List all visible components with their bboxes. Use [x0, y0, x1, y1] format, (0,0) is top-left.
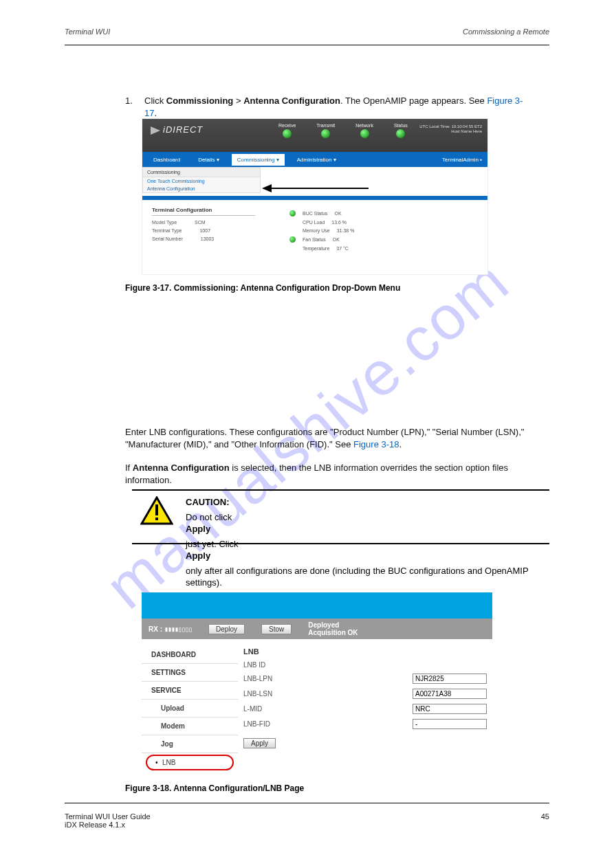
led-transmit: [321, 129, 330, 138]
kv-terminal-type: Terminal Type1007: [152, 228, 255, 233]
caution-rule-bottom: [132, 543, 549, 544]
figure-3-18: RX : ▮▮▮▮▯▯▯▯ Deploy Stow DeployedAcquis…: [142, 592, 492, 775]
deploy-status: DeployedAcquisition OK: [308, 621, 358, 637]
status-leds: Receive Transmit Network Status: [278, 123, 408, 138]
nav-modem[interactable]: Modem: [142, 717, 238, 735]
stow-button[interactable]: Stow: [261, 624, 292, 634]
terminal-admin-link[interactable]: TerminalAdmin ▪: [442, 157, 482, 163]
menu-one-touch[interactable]: One Touch Commissioning: [143, 177, 260, 185]
led-network: [360, 129, 369, 138]
para-3: If Antenna Configuration is selected, th…: [125, 462, 538, 486]
caution-rule-top: [132, 489, 549, 491]
lnb-id-label: LNB ID: [243, 661, 298, 669]
l-mid-input[interactable]: [413, 704, 487, 714]
caution-icon: [140, 496, 173, 526]
figure-link-2[interactable]: Figure 3-18: [353, 439, 399, 449]
terminal-config-heading: Terminal Configuration: [152, 207, 255, 216]
lnb-fid-input[interactable]: [413, 719, 487, 729]
lnb-lsn-input[interactable]: [413, 689, 487, 699]
kv-cpu-load: CPU Load13.6 %: [289, 220, 354, 225]
nav-lnb[interactable]: LNB: [146, 755, 234, 770]
nav-service[interactable]: SERVICE: [142, 682, 238, 700]
nav-settings[interactable]: SETTINGS: [142, 664, 238, 682]
led-status: [396, 129, 405, 138]
running-header-left: Terminal WUI: [65, 27, 110, 36]
svg-marker-1: [262, 184, 272, 192]
header-rule: [65, 45, 549, 45]
kv-memory-use: Memory Use31.38 %: [289, 228, 354, 233]
figure-3-18-caption: Figure 3-18. Antenna Configuration/LNB P…: [125, 783, 304, 793]
tab-administration[interactable]: Administration ▾: [292, 154, 342, 166]
dropdown-header: Commissioning: [143, 168, 260, 177]
nav-dashboard[interactable]: DASHBOARD: [142, 646, 238, 664]
svg-rect-4: [155, 518, 158, 520]
footer-rule: [65, 803, 549, 803]
lnb-heading: LNB: [243, 647, 487, 656]
menu-antenna-configuration[interactable]: Antenna Configuration: [143, 185, 260, 192]
lnb-lpn-input[interactable]: [413, 674, 487, 684]
tab-details[interactable]: Details ▾: [193, 154, 225, 166]
tab-dashboard[interactable]: Dashboard: [148, 154, 186, 166]
figure-3-17: iDIRECT Receive Transmit Network Status …: [142, 118, 488, 275]
primary-nav: Dashboard Details ▾ Commissioning ▾ Admi…: [142, 152, 487, 167]
callout-arrow: [262, 182, 372, 194]
lnb-fid-label: LNB-FID: [243, 720, 298, 728]
clock-readout: UTC Local Time: 10:10:04 55 ET2Host Name…: [419, 124, 482, 134]
running-header-right: Commissioning a Remote: [463, 27, 549, 36]
l-mid-label: L-MID: [243, 705, 298, 713]
step-number: 1.: [125, 95, 133, 107]
footer-right: 45: [541, 812, 549, 821]
step-1-text: Click Commissioning > Antenna Configurat…: [144, 95, 529, 119]
apply-button[interactable]: Apply: [243, 738, 276, 748]
kv-serial-number: Serial Number13003: [152, 236, 255, 241]
nav-jog[interactable]: Jog: [142, 735, 238, 753]
svg-rect-3: [155, 504, 158, 515]
para-2: Enter LNB configurations. These configur…: [125, 426, 538, 450]
led-receive: [283, 129, 292, 138]
footer-left: Terminal WUI User Guide iDX Release 4.1.…: [65, 812, 151, 829]
rx-label: RX : ▮▮▮▮▯▯▯▯: [149, 625, 192, 633]
kv-buc-status: BUC StatusOK: [289, 210, 354, 216]
idirect-logo: iDIRECT: [151, 124, 203, 135]
figure-3-17-caption: Figure 3-17. Commissioning: Antenna Conf…: [125, 283, 400, 293]
kv-model-type: Model TypeSCM: [152, 220, 255, 225]
kv-fan-status: Fan StatusOK: [289, 236, 354, 243]
side-nav: DASHBOARD SETTINGS SERVICE Upload Modem …: [142, 639, 238, 779]
tab-commissioning[interactable]: Commissioning ▾: [232, 154, 285, 166]
lnb-lpn-label: LNB-LPN: [243, 675, 298, 682]
deploy-button[interactable]: Deploy: [208, 624, 245, 634]
kv-temperature: Temperature37 °C: [289, 246, 354, 251]
commissioning-dropdown: Commissioning One Touch Commissioning An…: [142, 167, 261, 193]
nav-upload[interactable]: Upload: [142, 700, 238, 717]
lnb-lsn-label: LNB-LSN: [243, 690, 298, 698]
